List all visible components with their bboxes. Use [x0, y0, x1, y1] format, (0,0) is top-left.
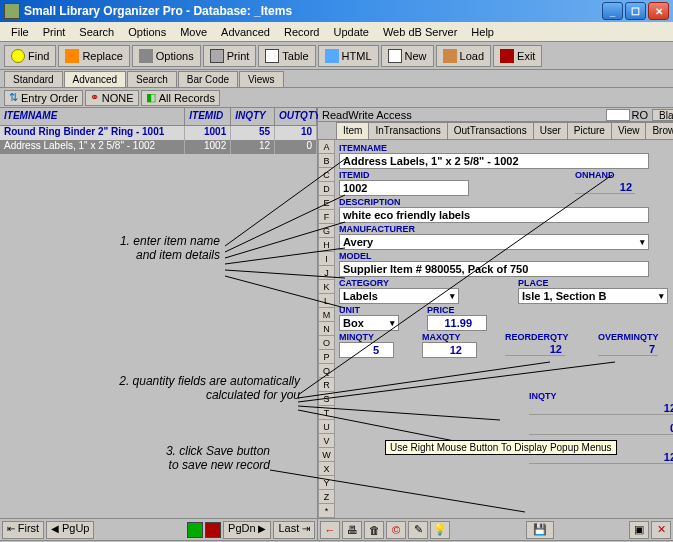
alpha-s[interactable]: S	[318, 392, 335, 406]
subtab-views[interactable]: Views	[239, 71, 284, 87]
find-button[interactable]: Find	[4, 45, 56, 67]
delete-button[interactable]: 🗑	[364, 521, 384, 539]
itemname-field[interactable]: Address Labels, 1" x 2 5/8" - 1002	[339, 153, 649, 169]
desc-field[interactable]: white eco friendly labels	[339, 207, 649, 223]
blank-button[interactable]: Blank	[652, 109, 673, 121]
manu-select[interactable]: Avery	[339, 234, 649, 250]
color-red[interactable]	[205, 522, 221, 538]
action2-button[interactable]: ✕	[651, 521, 671, 539]
alpha-q[interactable]: Q	[318, 364, 335, 378]
col-itemname[interactable]: ITEMNAME	[0, 108, 185, 125]
menu-print[interactable]: Print	[36, 24, 73, 40]
group-button[interactable]: ⚭NONE	[85, 90, 139, 106]
alpha-e[interactable]: E	[318, 196, 335, 210]
subtab-search[interactable]: Search	[127, 71, 177, 87]
alpha-l[interactable]: L	[318, 294, 335, 308]
col-outqty[interactable]: OUTQTY	[275, 108, 317, 125]
alpha-c[interactable]: C	[318, 168, 335, 182]
print-detail-button[interactable]: 🖶	[342, 521, 362, 539]
menu-search[interactable]: Search	[72, 24, 121, 40]
tab-item[interactable]: Item	[336, 122, 369, 139]
alpha-v[interactable]: V	[318, 434, 335, 448]
price-field[interactable]: 11.99	[427, 315, 487, 331]
table-button[interactable]: Table	[258, 45, 315, 67]
alpha-star[interactable]: *	[318, 504, 335, 518]
alpha-u[interactable]: U	[318, 420, 335, 434]
table-row-selected[interactable]: Address Labels, 1" x 2 5/8" - 1002 1002 …	[0, 140, 317, 154]
alpha-o[interactable]: O	[318, 336, 335, 350]
alpha-t[interactable]: T	[318, 406, 335, 420]
alpha-m[interactable]: M	[318, 308, 335, 322]
menu-help[interactable]: Help	[464, 24, 501, 40]
first-button[interactable]: ⇤ First	[2, 521, 44, 539]
col-inqty[interactable]: INQTY	[231, 108, 275, 125]
alpha-x[interactable]: X	[318, 462, 335, 476]
tip-button[interactable]: 💡	[430, 521, 450, 539]
filter-button[interactable]: ◧All Records	[141, 90, 220, 106]
pgdn-button[interactable]: PgDn ▶	[223, 521, 271, 539]
subtab-advanced[interactable]: Advanced	[64, 71, 126, 87]
minqty-field[interactable]: 5	[339, 342, 394, 358]
action1-button[interactable]: ▣	[629, 521, 649, 539]
alpha-z[interactable]: Z	[318, 490, 335, 504]
alpha-y[interactable]: Y	[318, 476, 335, 490]
grid-body[interactable]: Round Ring Binder 2" Ring - 1001 1001 55…	[0, 126, 317, 518]
cat-select[interactable]: Labels	[339, 288, 459, 304]
tab-outtrans[interactable]: OutTransactions	[447, 122, 534, 139]
alpha-i[interactable]: I	[318, 252, 335, 266]
edit-button[interactable]: ✎	[408, 521, 428, 539]
place-select[interactable]: Isle 1, Section B	[518, 288, 668, 304]
alpha-g[interactable]: G	[318, 224, 335, 238]
alpha-f[interactable]: F	[318, 210, 335, 224]
color-green[interactable]	[187, 522, 203, 538]
alpha-r[interactable]: R	[318, 378, 335, 392]
close-button[interactable]: ✕	[648, 2, 669, 20]
options-button[interactable]: Options	[132, 45, 201, 67]
itemid-field[interactable]: 1002	[339, 180, 469, 196]
subtab-standard[interactable]: Standard	[4, 71, 63, 87]
tab-view[interactable]: View	[611, 122, 647, 139]
exit-button[interactable]: Exit	[493, 45, 542, 67]
tab-picture[interactable]: Picture	[567, 122, 612, 139]
exit-icon	[500, 49, 514, 63]
save-button[interactable]: 💾	[526, 521, 554, 539]
sort-button[interactable]: ⇅Entry Order	[4, 90, 83, 106]
menu-update[interactable]: Update	[326, 24, 375, 40]
pgup-button[interactable]: ◀ PgUp	[46, 521, 94, 539]
annotation-2: 2. quantity fields are automaticallycalc…	[40, 374, 300, 402]
menu-options[interactable]: Options	[121, 24, 173, 40]
load-button[interactable]: Load	[436, 45, 491, 67]
minimize-button[interactable]: _	[602, 2, 623, 20]
alpha-d[interactable]: D	[318, 182, 335, 196]
menu-record[interactable]: Record	[277, 24, 326, 40]
back-button[interactable]: ←	[320, 521, 340, 539]
model-field[interactable]: Supplier Item # 980055, Pack of 750	[339, 261, 649, 277]
table-row[interactable]: Round Ring Binder 2" Ring - 1001 1001 55…	[0, 126, 317, 140]
tab-user[interactable]: User	[533, 122, 568, 139]
maxqty-field[interactable]: 12	[422, 342, 477, 358]
replace-button[interactable]: Replace	[58, 45, 129, 67]
alpha-h[interactable]: H	[318, 238, 335, 252]
alpha-j[interactable]: J	[318, 266, 335, 280]
alpha-k[interactable]: K	[318, 280, 335, 294]
subtab-barcode[interactable]: Bar Code	[178, 71, 238, 87]
alpha-w[interactable]: W	[318, 448, 335, 462]
unit-select[interactable]: Box	[339, 315, 399, 331]
alpha-b[interactable]: B	[318, 154, 335, 168]
last-button[interactable]: Last ⇥	[273, 521, 315, 539]
maximize-button[interactable]: ☐	[625, 2, 646, 20]
menu-webdb[interactable]: Web dB Server	[376, 24, 464, 40]
menu-file[interactable]: File	[4, 24, 36, 40]
tab-browser[interactable]: Browser	[645, 122, 673, 139]
alpha-p[interactable]: P	[318, 350, 335, 364]
new-button[interactable]: New	[381, 45, 434, 67]
alpha-a[interactable]: A	[318, 140, 335, 154]
menu-move[interactable]: Move	[173, 24, 214, 40]
tab-intrans[interactable]: InTransactions	[368, 122, 447, 139]
menu-advanced[interactable]: Advanced	[214, 24, 277, 40]
col-itemid[interactable]: ITEMID	[185, 108, 231, 125]
alpha-n[interactable]: N	[318, 322, 335, 336]
html-button[interactable]: HTML	[318, 45, 379, 67]
copyright-button[interactable]: ©	[386, 521, 406, 539]
print-button[interactable]: Print	[203, 45, 257, 67]
